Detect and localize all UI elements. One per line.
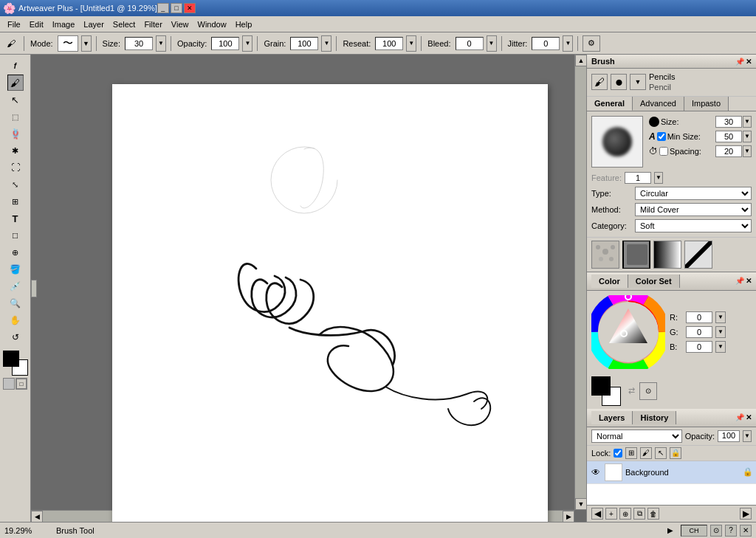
mode-arrow[interactable]: ▼	[81, 35, 92, 52]
canvas-splitter[interactable]	[31, 280, 37, 297]
mode-selector[interactable]: 〜	[58, 35, 78, 52]
method-select[interactable]: Mild Cover	[635, 203, 752, 216]
b-spin[interactable]: ▼	[715, 341, 726, 353]
tool-pan[interactable]: ✋	[7, 312, 24, 328]
spacing-checkbox[interactable]	[659, 147, 668, 156]
minsize-spin-btn[interactable]: ▼	[743, 131, 752, 142]
tool-transform[interactable]: ⤡	[7, 176, 24, 193]
grain-spin[interactable]: ▼	[321, 35, 331, 52]
size-input[interactable]	[125, 37, 153, 50]
taskbar-btn-ch[interactable]: CH	[681, 525, 707, 537]
settings-icon[interactable]: ⚙	[583, 35, 600, 52]
r-value[interactable]: 0	[686, 311, 712, 323]
b-value[interactable]: 0	[686, 341, 712, 353]
reseat-spin[interactable]: ▼	[406, 35, 416, 52]
brush-thumb-3[interactable]	[653, 241, 681, 269]
pattern-swatch[interactable]: □	[16, 378, 27, 390]
opacity-spin-btn[interactable]: ▼	[743, 430, 752, 442]
opacity-spin[interactable]: ▼	[242, 35, 252, 52]
minsize-param-value[interactable]: 50	[715, 131, 742, 142]
status-arrow[interactable]: ▶	[667, 526, 673, 534]
menu-filter[interactable]: Filter	[140, 18, 166, 30]
color-panel-close[interactable]: ✕	[746, 277, 752, 285]
tool-rotate[interactable]: ↺	[7, 329, 24, 345]
foreground-color-swatch[interactable]	[3, 351, 19, 367]
feather-value[interactable]: 1	[625, 172, 651, 184]
tool-lasso[interactable]: 🪢	[7, 125, 24, 142]
menu-view[interactable]: View	[167, 18, 193, 30]
menu-help[interactable]: Help	[231, 18, 257, 30]
tool-zoom[interactable]: 🔍	[7, 295, 24, 311]
swap-colors-btn[interactable]: ⇄	[628, 386, 635, 396]
size-spin-btn[interactable]: ▼	[743, 116, 752, 128]
lock-move-btn[interactable]: ↖	[655, 447, 667, 459]
layers-copy-btn[interactable]: ⧉	[633, 508, 645, 520]
menu-edit[interactable]: Edit	[25, 18, 48, 30]
type-select[interactable]: Circular	[635, 187, 752, 200]
tool-grid[interactable]: ⊞	[7, 193, 24, 210]
jitter-input[interactable]	[532, 37, 560, 50]
color-wheel-container[interactable]	[591, 295, 665, 369]
layers-delete-btn[interactable]: 🗑	[647, 508, 659, 520]
brush-tool-icon[interactable]: 🖌	[3, 35, 19, 52]
scroll-left-button[interactable]: ◀	[31, 511, 43, 522]
jitter-spin[interactable]: ▼	[563, 35, 573, 52]
layers-opacity-value[interactable]: 100	[718, 430, 740, 442]
brush-dropdown-btn[interactable]: ▼	[630, 74, 646, 90]
layer-visibility-toggle[interactable]: 👁	[590, 466, 602, 478]
tool-crop[interactable]: ⛶	[7, 159, 24, 176]
lock-paint-btn[interactable]: 🖌	[640, 447, 652, 459]
lock-transparency-btn[interactable]: ⊞	[625, 447, 637, 459]
opacity-input[interactable]	[211, 37, 239, 50]
layers-panel-close[interactable]: ✕	[746, 413, 752, 421]
r-spin[interactable]: ▼	[715, 311, 726, 323]
color-panel-pin[interactable]: 📌	[735, 277, 744, 285]
brush-panel-close[interactable]: ✕	[746, 58, 752, 66]
category-select[interactable]: Soft	[635, 219, 752, 232]
brush-tab-advanced[interactable]: Advanced	[633, 97, 684, 111]
menu-window[interactable]: Window	[193, 18, 231, 30]
taskbar-btn-help[interactable]: ?	[725, 525, 737, 537]
reseat-input[interactable]	[375, 37, 403, 50]
brush-tab-general[interactable]: General	[587, 97, 633, 111]
tool-select-move[interactable]: ↖	[7, 92, 24, 108]
bleed-spin[interactable]: ▼	[487, 35, 497, 52]
menu-layer[interactable]: Layer	[79, 18, 109, 30]
size-spin[interactable]: ▼	[156, 35, 166, 52]
brush-size-dot[interactable]: ⬤	[611, 74, 627, 90]
layers-navigate-down-btn[interactable]: ▶	[740, 508, 752, 520]
min-size-checkbox[interactable]	[657, 132, 666, 141]
tool-eyedropper[interactable]: 💉	[7, 278, 24, 294]
spacing-spin-btn[interactable]: ▼	[743, 145, 752, 157]
color-extra-btn[interactable]: ⊙	[639, 382, 657, 400]
taskbar-btn-x[interactable]: ✕	[740, 525, 752, 537]
tool-rectangle-select[interactable]: ⬚	[7, 108, 24, 125]
g-value[interactable]: 0	[686, 326, 712, 338]
scroll-down-button[interactable]: ▼	[575, 498, 586, 510]
menu-image[interactable]: Image	[48, 18, 80, 30]
tool-shape[interactable]: □	[7, 227, 24, 244]
scroll-up-button[interactable]: ▲	[575, 55, 586, 66]
brush-panel-pin[interactable]: 📌	[735, 58, 744, 66]
vertical-scrollbar[interactable]: ▲ ▼	[574, 55, 586, 510]
tool-brush-select[interactable]: f	[7, 58, 24, 74]
tool-fill[interactable]: 🪣	[7, 261, 24, 277]
brush-tab-impasto[interactable]: Impasto	[684, 97, 729, 111]
grain-input[interactable]	[290, 37, 318, 50]
layers-group-btn[interactable]: ⊕	[619, 508, 631, 520]
close-button[interactable]: ✕	[184, 3, 196, 13]
brush-thumb-1[interactable]	[591, 241, 619, 269]
maximize-button[interactable]: □	[171, 3, 182, 13]
tool-magic-wand[interactable]: ✱	[7, 142, 24, 159]
g-spin[interactable]: ▼	[715, 326, 726, 338]
menu-file[interactable]: File	[3, 18, 25, 30]
spacing-param-value[interactable]: 20	[715, 145, 742, 157]
tool-clone[interactable]: ⊕	[7, 244, 24, 261]
layers-add-btn[interactable]: +	[605, 508, 617, 520]
color-tab-color[interactable]: Color	[591, 275, 628, 288]
taskbar-btn-icon[interactable]: ⊙	[710, 525, 722, 537]
color-tab-colorset[interactable]: Color Set	[628, 275, 680, 288]
drawing-canvas[interactable]	[112, 84, 548, 522]
tool-text[interactable]: T	[7, 210, 24, 227]
layer-mode-select[interactable]: Normal	[591, 430, 682, 443]
